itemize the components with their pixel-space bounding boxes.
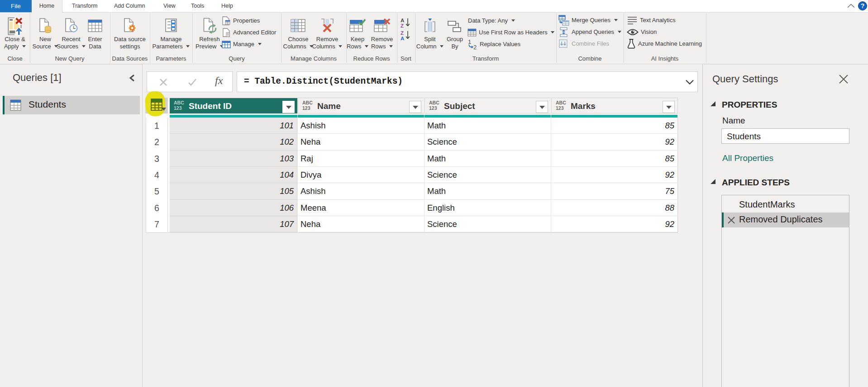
- svg-text:Z: Z: [401, 23, 404, 28]
- svg-text:Z: Z: [401, 30, 404, 36]
- svg-text:A: A: [401, 18, 404, 23]
- svg-text:1: 1: [468, 39, 471, 45]
- svg-text:A: A: [401, 36, 404, 41]
- svg-text:2: 2: [473, 44, 477, 50]
